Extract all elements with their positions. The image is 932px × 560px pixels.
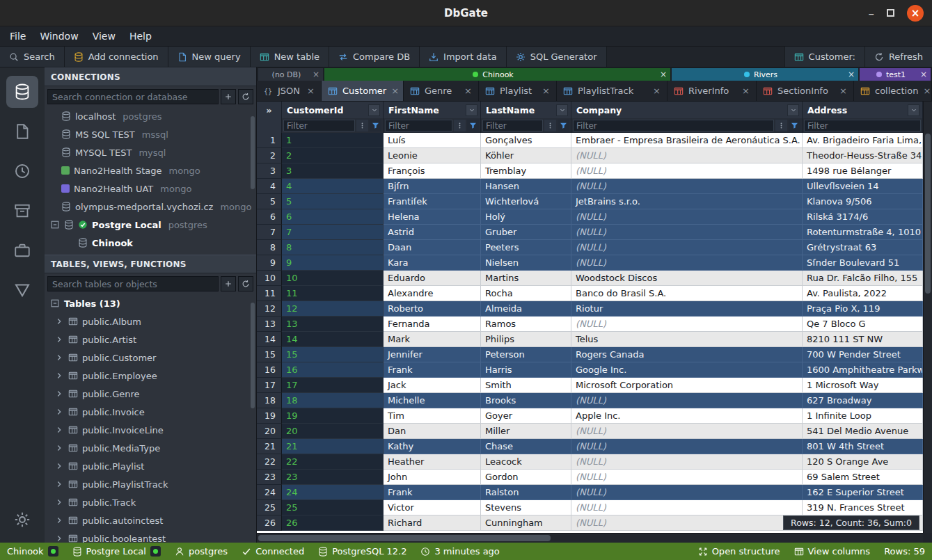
row-number[interactable]: 3: [257, 163, 282, 179]
row-number[interactable]: 5: [257, 194, 282, 209]
grid-cell[interactable]: Sſnder Boulevard 51: [803, 255, 923, 271]
grid-cell[interactable]: 18: [282, 393, 384, 408]
grid-cell[interactable]: (NULL): [571, 470, 803, 485]
grid-cell[interactable]: Ullevſlsveien 14: [803, 179, 923, 194]
grid-cell[interactable]: 1 Microsoft Way: [803, 378, 923, 393]
grid-cell[interactable]: Ralston: [481, 485, 571, 500]
grid-cell[interactable]: 1 Infinite Loop: [803, 408, 923, 424]
connection-item-ms-sql-test[interactable]: MS SQL TESTmssql: [45, 125, 256, 143]
status-postgre-local[interactable]: Postgre Local: [72, 546, 161, 557]
menu-view[interactable]: View: [86, 26, 123, 46]
grid-cell[interactable]: Daan: [384, 240, 481, 255]
filter-input-address[interactable]: [804, 120, 921, 131]
collapse-columns-button[interactable]: »: [257, 102, 282, 118]
toolbar-new-table-button[interactable]: New table: [251, 47, 329, 67]
filter-menu-button[interactable]: [454, 120, 466, 131]
grid-cell[interactable]: Gruber: [481, 225, 571, 240]
grid-cell[interactable]: Frantiſek: [384, 194, 481, 209]
grid-cell[interactable]: (NULL): [571, 515, 803, 531]
grid-cell[interactable]: Jennifer: [384, 347, 481, 362]
table-item-public-autoinctest[interactable]: public.autoinctest: [45, 511, 256, 529]
row-number[interactable]: 15: [257, 347, 282, 362]
file-tab-playlisttrack[interactable]: PlaylistTrack×: [557, 81, 668, 101]
grid-cell[interactable]: Alexandre: [384, 286, 481, 301]
column-dropdown-button[interactable]: [787, 104, 799, 116]
grid-cell[interactable]: Almeida: [481, 301, 571, 317]
grid-cell[interactable]: 11: [282, 286, 384, 301]
grid-cell[interactable]: Telus: [571, 332, 803, 347]
grid-horizontal-scrollbar[interactable]: [257, 533, 923, 543]
filter-funnel-button[interactable]: [467, 120, 479, 131]
grid-cell[interactable]: Rocha: [481, 286, 571, 301]
grid-cell[interactable]: Martins: [481, 271, 571, 286]
grid-cell[interactable]: Fernanda: [384, 317, 481, 332]
close-tab-icon[interactable]: ×: [923, 86, 931, 96]
close-tab-icon[interactable]: ×: [742, 86, 750, 96]
status-postgresql-12-2[interactable]: PostgreSQL 12.2: [318, 546, 406, 557]
filter-funnel-button[interactable]: [558, 120, 569, 131]
grid-cell[interactable]: (NULL): [571, 454, 803, 470]
menu-file[interactable]: File: [3, 26, 33, 46]
grid-cell[interactable]: (NULL): [571, 225, 803, 240]
grid-cell[interactable]: 19: [282, 408, 384, 424]
toolbar-customer-button[interactable]: Customer:: [784, 47, 864, 67]
table-item-public-employee[interactable]: public.Employee: [45, 367, 256, 385]
column-dropdown-button[interactable]: [556, 104, 568, 116]
tables-scrollbar-thumb[interactable]: [251, 303, 255, 408]
close-tab-icon[interactable]: ×: [313, 70, 319, 79]
grid-cell[interactable]: (NULL): [571, 424, 803, 439]
grid-cell[interactable]: Goyer: [481, 408, 571, 424]
row-number[interactable]: 22: [257, 454, 282, 470]
filter-input-lastname[interactable]: [482, 120, 543, 131]
maximize-button[interactable]: [887, 9, 894, 17]
status-open-structure[interactable]: Open structure: [698, 546, 780, 557]
grid-cell[interactable]: 5: [282, 194, 384, 209]
status-chinook[interactable]: Chinook: [7, 546, 58, 557]
connections-search-input[interactable]: [47, 89, 219, 104]
grid-cell[interactable]: 2: [282, 148, 384, 163]
grid-cell[interactable]: Frank: [384, 362, 481, 378]
file-tab-playlist[interactable]: Playlist×: [479, 81, 557, 101]
grid-cell[interactable]: Chase: [481, 439, 571, 454]
file-tab-genre[interactable]: Genre×: [404, 81, 479, 101]
row-number[interactable]: 17: [257, 378, 282, 393]
close-tab-icon[interactable]: ×: [660, 70, 667, 79]
row-number[interactable]: 6: [257, 209, 282, 225]
toolbar-refresh-button[interactable]: Refresh: [864, 47, 932, 67]
rail-archive-button[interactable]: [6, 195, 38, 227]
grid-cell[interactable]: (NULL): [571, 393, 803, 408]
tables-group-row[interactable]: Tables (13): [45, 294, 256, 312]
row-number[interactable]: 21: [257, 439, 282, 454]
grid-cell[interactable]: 15: [282, 347, 384, 362]
table-item-public-mediatype[interactable]: public.MediaType: [45, 439, 256, 457]
toolbar-search-button[interactable]: Search: [0, 47, 65, 67]
grid-cell[interactable]: (NULL): [571, 255, 803, 271]
column-dropdown-button[interactable]: [368, 104, 380, 116]
add-object-small-button[interactable]: [221, 276, 236, 291]
row-number[interactable]: 1: [257, 133, 282, 148]
rail-settings-button[interactable]: [6, 504, 38, 536]
db-tab-test1[interactable]: test1×: [860, 68, 931, 81]
row-number[interactable]: 9: [257, 255, 282, 271]
table-item-public-album[interactable]: public.Album: [45, 312, 256, 330]
grid-vertical-scrollbar[interactable]: [923, 102, 932, 533]
grid-cell[interactable]: 25: [282, 500, 384, 515]
grid-cell[interactable]: Astrid: [384, 225, 481, 240]
db-tab-chinook[interactable]: Chinook×: [324, 68, 670, 81]
grid-cell[interactable]: 10: [282, 271, 384, 286]
grid-cell[interactable]: Mark: [384, 332, 481, 347]
grid-cell[interactable]: 17: [282, 378, 384, 393]
table-item-public-playlisttrack[interactable]: public.PlaylistTrack: [45, 475, 256, 493]
grid-cell[interactable]: (NULL): [571, 163, 803, 179]
grid-cell[interactable]: (NULL): [571, 148, 803, 163]
row-number[interactable]: 18: [257, 393, 282, 408]
file-tab-collection[interactable]: collection×: [854, 81, 932, 101]
connection-item-nano2health-stage[interactable]: Nano2Health Stagemongo: [45, 161, 256, 179]
grid-cell[interactable]: (NULL): [571, 485, 803, 500]
column-header-company[interactable]: Company: [571, 102, 803, 118]
row-number[interactable]: 11: [257, 286, 282, 301]
grid-cell[interactable]: Hansen: [481, 179, 571, 194]
filter-input-firstname[interactable]: [385, 120, 452, 131]
grid-cell[interactable]: 1: [282, 133, 384, 148]
status-3-minutes-ago[interactable]: 3 minutes ago: [420, 546, 499, 557]
